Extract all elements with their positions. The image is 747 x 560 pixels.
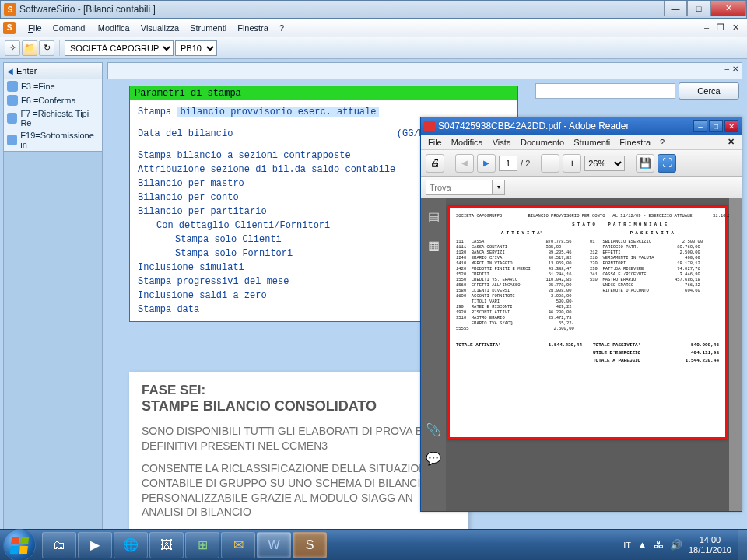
adobe-menu-file[interactable]: File [424, 137, 446, 148]
company-select[interactable]: SOCIETÀ CAPOGRUPPO [65, 40, 174, 56]
fkey-item[interactable]: F19=Sottomissione in [4, 129, 102, 151]
mdi-document-bar: – ✕ [107, 62, 742, 79]
app-icon: S [4, 3, 16, 16]
next-page-icon[interactable]: ► [477, 154, 496, 173]
menubar: S FFileile Comandi Modifica Visualizza S… [0, 19, 747, 37]
side-panel-filler [3, 152, 103, 541]
page-viewport[interactable]: SOCIETA CAPOGRUPPO BILANCIO PROVVISORIO … [446, 198, 729, 511]
doc-icon: S [3, 22, 16, 34]
side-panel-header[interactable]: ◀ Enter [3, 62, 103, 79]
tray-lang[interactable]: IT [623, 541, 631, 550]
mdi-minimize[interactable]: – [701, 23, 712, 33]
menu-comandi[interactable]: Comandi [48, 22, 92, 34]
key-icon [7, 135, 17, 145]
zoom-in-icon[interactable]: + [563, 154, 581, 173]
adobe-menu-help[interactable]: ? [656, 137, 668, 148]
adobe-titlebar[interactable]: S047425938CBB42A2DD.pdf - Adobe Reader –… [421, 117, 742, 135]
toolbar: ✧ 📁 ↻ SOCIETÀ CAPOGRUPPO PB107 [0, 37, 747, 59]
zoom-out-icon[interactable]: − [541, 154, 559, 173]
page-input[interactable] [499, 156, 517, 171]
taskbar: 🗂 ▶ 🌐 🖼 ⊞ ✉ W S IT ▲ 🖧 🔊 14:00 18/11/201… [0, 529, 747, 560]
stampa-value: bilancio provvisorio eserc. attuale [177, 107, 379, 117]
adobe-menu-vista[interactable]: Vista [489, 137, 515, 148]
page-total: 2 [525, 159, 530, 168]
menu-help[interactable]: ? [275, 22, 289, 34]
window-title: SoftwareSirio - [Bilanci contabili ] [19, 4, 156, 15]
find-input[interactable] [426, 180, 493, 195]
layers-icon[interactable]: ▦ [428, 238, 440, 253]
annotation-box: FASE SEI: STAMPE BILANCIO CONSOLIDATO SO… [129, 372, 468, 538]
show-desktop[interactable] [738, 530, 747, 561]
attachment-icon[interactable]: 📎 [426, 422, 441, 437]
date-label: Data del bilancio [138, 128, 397, 139]
side-panel-title: Enter [16, 66, 37, 75]
fkey-list: F3 =Fine F6 =Conferma F7 =Richiesta Tipi… [3, 79, 103, 152]
adobe-maximize[interactable]: □ [709, 120, 723, 132]
comment-icon[interactable]: 💬 [426, 451, 441, 466]
menu-visualizza[interactable]: Visualizza [136, 22, 184, 34]
taskbar-media[interactable]: ▶ [78, 532, 112, 558]
code-select[interactable]: PB107 [175, 40, 217, 56]
menu-finestra[interactable]: Finestra [233, 22, 273, 34]
taskbar-app2[interactable]: 🖼 [149, 532, 184, 558]
menu-file[interactable]: FFileile [23, 22, 47, 34]
tray-flag-icon[interactable]: ▲ [637, 539, 647, 551]
doc-close[interactable]: ✕ [732, 65, 738, 73]
key-icon [7, 81, 18, 92]
fkey-item[interactable]: F6 =Conferma [4, 93, 102, 107]
adobe-scrollbar[interactable] [729, 198, 742, 511]
fit-page-icon[interactable]: ⛶ [658, 154, 676, 173]
tool-open[interactable]: 📁 [22, 40, 37, 56]
save-icon[interactable]: 💾 [636, 154, 654, 173]
fkey-item[interactable]: F7 =Richiesta Tipi Re [4, 107, 102, 129]
adobe-menu-strumenti[interactable]: Strumenti [570, 137, 614, 148]
find-dropdown[interactable]: ▾ [493, 180, 505, 195]
key-icon [7, 113, 17, 124]
mdi-restore[interactable]: ❐ [714, 23, 728, 33]
taskbar-sirio[interactable]: S [293, 532, 327, 558]
taskbar-explorer[interactable]: 🗂 [42, 532, 76, 558]
close-button[interactable] [710, 1, 746, 16]
note-text: SONO DISPONIBILI TUTTI GLI ELABORATI DI … [142, 424, 456, 453]
taskbar-word[interactable]: W [257, 532, 291, 558]
menu-strumenti[interactable]: Strumenti [185, 22, 231, 34]
note-subheading: STAMPE BILANCIO CONSOLIDATO [142, 398, 456, 415]
menu-modifica[interactable]: Modifica [93, 22, 135, 34]
adobe-minimize[interactable]: – [693, 120, 707, 132]
maximize-button[interactable] [687, 1, 710, 16]
doc-minimize[interactable]: – [724, 65, 729, 73]
search-input[interactable] [535, 83, 675, 99]
print-icon[interactable]: 🖨 [426, 154, 444, 173]
os-titlebar: S SoftwareSirio - [Bilanci contabili ] [0, 0, 747, 19]
note-heading: FASE SEI: [142, 383, 456, 398]
mdi-close[interactable]: ✕ [729, 23, 742, 33]
adobe-menu-finestra[interactable]: Finestra [615, 137, 654, 148]
adobe-menu-documento[interactable]: Documento [517, 137, 568, 148]
note-text: CONSENTE LA RICLASSIFICAZIONE DELLA SITU… [142, 461, 456, 520]
adobe-sidebar: ▤ ▦ 📎 💬 [421, 198, 446, 511]
start-button[interactable] [3, 529, 36, 561]
adobe-reader-window: S047425938CBB42A2DD.pdf - Adobe Reader –… [420, 117, 742, 512]
prev-page-icon[interactable]: ◄ [455, 154, 474, 173]
tray-network-icon[interactable]: 🖧 [654, 539, 664, 551]
taskbar-excel[interactable]: ⊞ [185, 532, 219, 558]
fkey-item[interactable]: F3 =Fine [4, 79, 102, 93]
minimize-button[interactable] [664, 1, 687, 16]
search-button[interactable]: Cerca [679, 82, 739, 100]
tool-new[interactable]: ✧ [5, 40, 20, 56]
side-panel: ◀ Enter F3 =Fine F6 =Conferma F7 =Richie… [3, 62, 103, 541]
tray-clock[interactable]: 14:00 18/11/2010 [689, 535, 731, 555]
taskbar-app1[interactable]: 🌐 [114, 532, 148, 558]
tool-refresh[interactable]: ↻ [39, 40, 54, 56]
adobe-close[interactable]: ✕ [724, 120, 738, 132]
pdf-page: SOCIETA CAPOGRUPPO BILANCIO PROVVISORIO … [447, 206, 728, 439]
pages-icon[interactable]: ▤ [428, 209, 440, 224]
tray-sound-icon[interactable]: 🔊 [670, 539, 682, 551]
key-icon [7, 95, 18, 106]
zoom-select[interactable]: 26% [584, 156, 625, 171]
adobe-menu-modifica[interactable]: Modifica [447, 137, 487, 148]
adobe-menu-close[interactable]: ✕ [724, 136, 738, 148]
adobe-menubar: File Modifica Vista Documento Strumenti … [421, 135, 742, 150]
taskbar-outlook[interactable]: ✉ [221, 532, 255, 558]
system-tray: IT ▲ 🖧 🔊 14:00 18/11/2010 [617, 535, 738, 555]
